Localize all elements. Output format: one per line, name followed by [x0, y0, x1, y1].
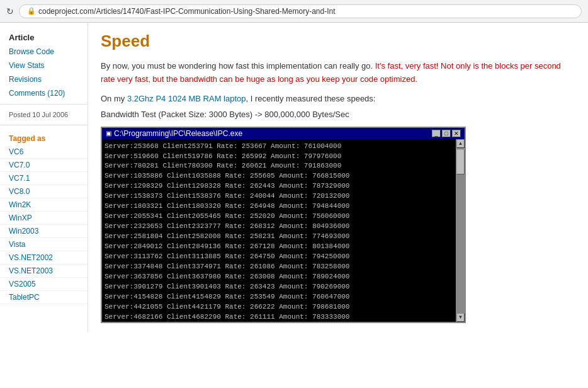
- sidebar-tag-vc70[interactable]: VC7.0: [0, 159, 88, 172]
- sidebar-tag-vc71[interactable]: VC7.1: [0, 172, 88, 185]
- console-line: Server:253668 Client253791 Rate: 253667 …: [105, 142, 453, 152]
- console-line: Server:1298329 Client1298328 Rate: 26244…: [105, 181, 453, 191]
- console-line: Server:3637856 Client3637980 Rate: 26300…: [105, 272, 453, 282]
- sidebar-link-browse-code[interactable]: Browse Code: [0, 45, 88, 59]
- console-title: C:\Programming\IPC\Release\IPC.exe: [114, 129, 242, 138]
- reload-icon[interactable]: ↻: [6, 6, 14, 16]
- console-line: Server:2581804 Client2582008 Rate: 25823…: [105, 232, 453, 242]
- console-line: Server:2849012 Client2849136 Rate: 26712…: [105, 242, 453, 252]
- console-line: Server:2323653 Client2323777 Rate: 26831…: [105, 222, 453, 232]
- scrollbar-track: [456, 148, 465, 313]
- sidebar-tag-vista[interactable]: Vista: [0, 238, 88, 251]
- console-window: ▣ C:\Programming\IPC\Release\IPC.exe _ □…: [101, 127, 466, 323]
- console-line: Server:3374848 Client3374971 Rate: 26108…: [105, 262, 453, 272]
- console-body: Server:253668 Client253791 Rate: 253667 …: [102, 139, 465, 322]
- console-restore-btn[interactable]: □: [442, 130, 451, 137]
- sidebar-link-revisions[interactable]: Revisions: [0, 72, 88, 86]
- sidebar-divider-1: [0, 104, 88, 105]
- console-scrollbar: ▲ ▼: [456, 139, 465, 322]
- url-text: codeproject.com/Articles/14740/Fast-IPC-…: [38, 7, 336, 16]
- console-line: Server:4154828 Client4154829 Rate: 25354…: [105, 292, 453, 302]
- console-line: Server:3901279 Client3901403 Rate: 26342…: [105, 282, 453, 292]
- address-bar[interactable]: 🔒 codeproject.com/Articles/14740/Fast-IP…: [19, 4, 582, 18]
- browser-bar: ↻ 🔒 codeproject.com/Articles/14740/Fast-…: [0, 0, 588, 23]
- scrollbar-up-arrow[interactable]: ▲: [456, 139, 465, 148]
- main-content: Speed By now, you must be wondering how …: [88, 23, 588, 332]
- sidebar-tag-vc80[interactable]: VC8.0: [0, 185, 88, 198]
- console-line: Server:4421055 Client4421179 Rate: 26622…: [105, 302, 453, 312]
- bandwidth-text: Bandwidth Test (Packet Size: 3000 Bytes)…: [101, 110, 575, 119]
- intro-paragraph: By now, you must be wondering how fast t…: [101, 60, 575, 86]
- sidebar-article-title: Article: [0, 29, 88, 45]
- sidebar-tagged-label: Tagged as: [0, 129, 88, 146]
- sidebar: Article Browse Code View Stats Revisions…: [0, 23, 88, 332]
- sidebar-tag-vsnet2003[interactable]: VS.NET2003: [0, 265, 88, 278]
- console-line: Server:519660 Client519786 Rate: 265992 …: [105, 152, 453, 162]
- sidebar-posted: Posted 10 Jul 2006: [0, 108, 88, 121]
- sidebar-tag-tabletpc[interactable]: TabletPC: [0, 291, 88, 304]
- console-titlebar-buttons: _ □ ✕: [432, 130, 461, 137]
- sidebar-tag-win2003[interactable]: Win2003: [0, 225, 88, 238]
- laptop-link[interactable]: 3.2Ghz P4 1024 MB RAM laptop: [127, 94, 246, 103]
- lock-icon: 🔒: [27, 7, 36, 15]
- console-line: Server:780281 Client780300 Rate: 260621 …: [105, 161, 453, 171]
- sidebar-tag-vs2005[interactable]: VS2005: [0, 278, 88, 291]
- scrollbar-thumb[interactable]: [456, 149, 465, 174]
- sidebar-tag-vsnet2002[interactable]: VS.NET2002: [0, 251, 88, 265]
- console-titlebar-left: ▣ C:\Programming\IPC\Release\IPC.exe: [106, 129, 242, 138]
- console-titlebar-icon: ▣: [106, 130, 111, 137]
- console-titlebar: ▣ C:\Programming\IPC\Release\IPC.exe _ □…: [102, 128, 465, 139]
- console-lines: Server:253668 Client253791 Rate: 253667 …: [105, 142, 453, 322]
- console-line: Server:1803321 Client1803320 Rate: 26494…: [105, 202, 453, 212]
- page-title: Speed: [101, 31, 575, 51]
- console-line: Server:3113762 Client3113885 Rate: 26475…: [105, 252, 453, 262]
- console-line: Server:1538373 Client1538376 Rate: 24004…: [105, 191, 453, 202]
- console-line: Server:2055341 Client2055465 Rate: 25202…: [105, 212, 453, 222]
- console-minimize-btn[interactable]: _: [432, 130, 441, 137]
- sidebar-link-view-stats[interactable]: View Stats: [0, 59, 88, 72]
- sidebar-tag-winxp[interactable]: WinXP: [0, 212, 88, 225]
- console-line: Server:4682166 Client4682290 Rate: 26111…: [105, 312, 453, 322]
- measured-paragraph: On my 3.2Ghz P4 1024 MB RAM laptop, I re…: [101, 94, 575, 103]
- scrollbar-down-arrow[interactable]: ▼: [456, 313, 465, 322]
- sidebar-tag-vc6[interactable]: VC6: [0, 146, 88, 159]
- console-line: Server:1035886 Client1035888 Rate: 25560…: [105, 171, 453, 181]
- sidebar-divider-2: [0, 125, 88, 125]
- sidebar-tag-win2k[interactable]: Win2K: [0, 198, 88, 212]
- console-close-btn[interactable]: ✕: [452, 130, 461, 137]
- sidebar-link-comments[interactable]: Comments (120): [0, 86, 88, 100]
